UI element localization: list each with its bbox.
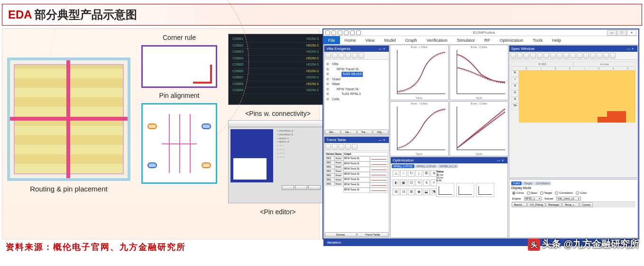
menu-help[interactable]: Help [548, 38, 566, 43]
opt-tool-icon[interactable]: ⬓ [423, 189, 430, 195]
spec-heatmap[interactable] [519, 70, 635, 123]
spec-toolbar-icon[interactable] [583, 53, 589, 58]
toolbar-icon[interactable] [339, 144, 344, 150]
qat-icon[interactable] [338, 30, 342, 35]
browser-tab[interactable]: Mo… [325, 130, 340, 134]
opt-tool-icon[interactable]: ⊡ [408, 180, 414, 186]
workflow-tab[interactable]: Retarget [546, 202, 561, 207]
spec-toolbar-icon[interactable] [563, 53, 569, 58]
toolbar-icon[interactable] [345, 53, 351, 58]
spec-toolbar-icon[interactable] [577, 53, 582, 58]
spec-toolbar-icon[interactable] [537, 53, 543, 58]
trend-tab[interactable]: Device [325, 232, 357, 237]
workflow-tab[interactable]: Temp_t… [562, 202, 579, 207]
panel-close-icon[interactable]: × [383, 138, 387, 142]
menu-optimization[interactable]: Optimization [495, 38, 528, 43]
radio-target[interactable] [540, 191, 543, 195]
radio-color[interactable] [576, 191, 579, 195]
radio-curve[interactable] [512, 191, 515, 195]
opt-tool-icon[interactable]: ⊟ [400, 189, 407, 195]
spec-toolbar-icon[interactable] [524, 53, 529, 58]
spec-toolbar-icon[interactable] [603, 53, 609, 58]
menu-home[interactable]: Home [340, 38, 361, 43]
spec-toolbar-icon[interactable] [517, 53, 523, 58]
toolbar-icon[interactable] [352, 144, 358, 150]
panel-close-icon[interactable]: × [383, 47, 387, 51]
chart-2[interactable]: B-mtx · t 3.0khs Vg-do [390, 101, 449, 157]
spec-tab[interactable]: Target [522, 181, 534, 185]
tree-node[interactable]: Waat [326, 82, 387, 87]
toolbar-icon[interactable] [332, 53, 338, 58]
trend-tab[interactable]: Trend Table [357, 232, 389, 237]
opt-tool-icon[interactable]: ↯ [423, 180, 430, 186]
chart-3[interactable]: B-mtx · t 3.0khs Vg-do [450, 101, 508, 157]
menu-tools[interactable]: Tools [528, 38, 548, 43]
spec-toolbar-icon[interactable] [570, 53, 576, 58]
workflow-tab[interactable]: Corner [580, 202, 593, 207]
maximize-button[interactable]: □ [617, 30, 626, 36]
opt-tab[interactable]: RFBQ_1.0T.02 [392, 164, 414, 168]
spec-toolbar-icon[interactable] [597, 53, 602, 58]
panel-close-icon[interactable]: × [632, 47, 635, 51]
spec-toolbar-icon[interactable] [557, 53, 562, 58]
opt-tool-icon[interactable]: ↻ [408, 170, 414, 177]
browser-tab[interactable]: Obj… [373, 130, 388, 134]
chart-1[interactable]: B-mtx · t 3.0khs Vg-do [450, 45, 508, 100]
spec-toolbar-icon[interactable] [610, 53, 616, 58]
qat-icon[interactable] [356, 30, 361, 35]
spec-tab[interactable]: Ctrl Matrix [534, 181, 551, 185]
radio-correlation[interactable] [555, 191, 558, 195]
qat-icon[interactable] [331, 30, 336, 35]
spec-toolbar-icon[interactable] [510, 53, 516, 58]
qat-icon[interactable] [344, 30, 349, 35]
tree-node[interactable]: Vload [326, 77, 387, 82]
engine-dropdown[interactable]: RFID_v… [524, 197, 542, 200]
menu-graph[interactable]: Graph [400, 38, 422, 43]
opt-tool-icon[interactable]: ▣ [400, 180, 407, 186]
toolbar-icon[interactable] [359, 53, 364, 58]
menu-verification[interactable]: Verification [422, 38, 452, 43]
spec-toolbar-icon[interactable] [590, 53, 596, 58]
tree-node[interactable]: Villa [326, 62, 387, 67]
opt-tool-icon[interactable]: | [415, 170, 422, 177]
tree-node[interactable]: Cells [326, 97, 387, 102]
spec-toolbar-icon[interactable] [550, 53, 556, 58]
tree-node[interactable]: RFW Travel St. [326, 87, 387, 92]
panel-min-icon[interactable]: — [378, 138, 382, 142]
browser-tab[interactable]: De… [341, 130, 357, 134]
opt-tool-icon[interactable]: ⊞ [393, 189, 399, 195]
toolbar-icon[interactable] [332, 144, 338, 150]
opt-tab[interactable]: GFRB_LO_0 [438, 164, 458, 168]
radio-spec[interactable] [527, 191, 530, 195]
menu-model[interactable]: Model [379, 38, 401, 43]
qat-icon[interactable] [350, 30, 355, 35]
menu-simulator[interactable]: Simulator [452, 38, 479, 43]
opt-tool-icon[interactable]: ◐ [393, 180, 399, 186]
panel-min-icon[interactable]: — [497, 159, 501, 162]
opt-tool-icon[interactable]: ⊠ [408, 189, 414, 195]
file-menu[interactable]: File [323, 36, 340, 44]
toolbar-icon[interactable] [352, 53, 358, 58]
opt-tab[interactable]: RFBQ_1.0T.02 [415, 164, 438, 168]
toolbar-icon[interactable] [325, 144, 331, 150]
model-tree[interactable]: Villa RFNI Travel St. Tu3S WLn10 Vload W… [325, 61, 388, 103]
opt-tool-icon[interactable]: ⟲ [415, 180, 422, 186]
panel-min-icon[interactable]: — [627, 47, 631, 51]
workflow-tab[interactable]: CV_Fitting [527, 202, 545, 207]
opt-tool-icon[interactable]: ◉ [415, 189, 422, 195]
toolbar-icon[interactable] [325, 53, 331, 58]
menu-view[interactable]: View [361, 38, 379, 43]
chart-0[interactable]: B-mtx · t 3.0khs Vg-do [390, 45, 449, 100]
opt-tool-icon[interactable]: ⦿ [423, 170, 430, 177]
browser-tab[interactable]: Tra… [357, 130, 373, 134]
toolbar-icon[interactable] [339, 53, 344, 58]
workflow-tab[interactable]: Barret… [512, 202, 527, 207]
spec-tab[interactable]: TuB3 [511, 181, 522, 185]
opt-tool-icon[interactable]: ○ [400, 170, 407, 177]
toolbar-icon[interactable] [345, 144, 351, 150]
spec-toolbar-icon[interactable] [530, 53, 536, 58]
menu-rf[interactable]: RF [479, 38, 495, 43]
panel-min-icon[interactable]: — [378, 47, 382, 51]
panel-close-icon[interactable]: × [502, 159, 506, 162]
subset-dropdown[interactable]: Gtb_vtest_v1… [556, 197, 581, 200]
